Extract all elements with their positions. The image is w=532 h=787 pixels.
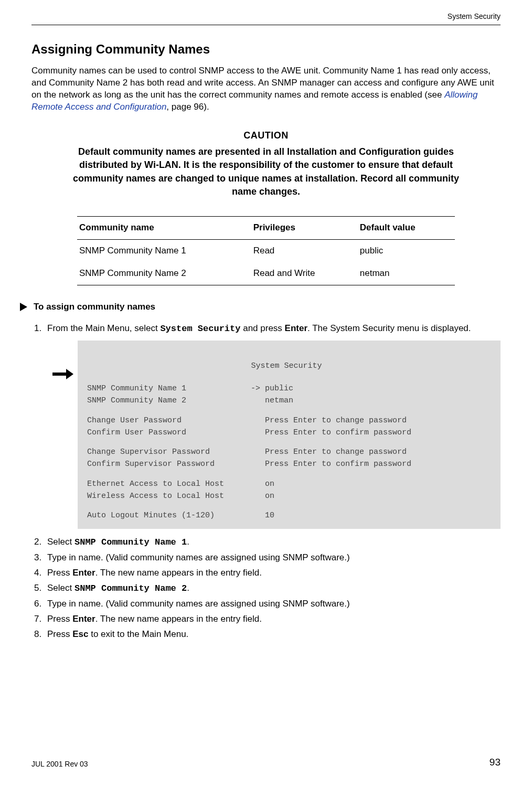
screen-line: Wireless Access to Local Host on xyxy=(87,490,486,502)
intro-paragraph: Community names can be used to control S… xyxy=(31,65,501,113)
th-privileges: Privileges xyxy=(251,216,358,239)
step-text: From the Main Menu, select xyxy=(47,323,160,333)
screen-title: System Security xyxy=(87,360,486,372)
footer-revision: JUL 2001 Rev 03 xyxy=(31,759,88,769)
running-head: System Security xyxy=(31,12,501,25)
terminal-screen: System SecuritySNMP Community Name 1-> p… xyxy=(78,341,501,529)
cell: SNMP Community Name 2 xyxy=(77,262,251,285)
screen-line: Auto Logout Minutes (1-120) 10 xyxy=(87,509,486,522)
step-text: . The System Security menu is displayed. xyxy=(307,323,471,333)
steps-list: From the Main Menu, select System Securi… xyxy=(31,323,501,641)
svg-marker-2 xyxy=(66,369,73,379)
step: Select SNMP Community Name 1. xyxy=(44,536,501,549)
screen-wrap: System SecuritySNMP Community Name 1-> p… xyxy=(52,341,501,529)
cell: Read and Write xyxy=(251,262,358,285)
table-row: SNMP Community Name 2 Read and Write net… xyxy=(77,262,455,285)
page-number: 93 xyxy=(490,756,501,769)
step-text: Type in name. (Valid community names are… xyxy=(47,599,350,609)
cell: public xyxy=(358,239,455,262)
step-text: to exit to the Main Menu. xyxy=(88,629,188,639)
procedure-heading-row: To assign community names xyxy=(19,301,501,313)
caution-body: Default community names are presented in… xyxy=(67,145,465,198)
page-footer: JUL 2001 Rev 03 93 xyxy=(31,756,501,769)
community-table: Community name Privileges Default value … xyxy=(77,216,455,285)
caution-block: CAUTION Default community names are pres… xyxy=(67,129,465,198)
chevron-right-icon xyxy=(19,302,28,312)
intro-text-1: Community names can be used to control S… xyxy=(31,66,494,100)
step-text: . The new name appears in the entry fiel… xyxy=(95,568,262,578)
step: Type in name. (Valid community names are… xyxy=(44,598,501,610)
step-text: . xyxy=(187,583,189,593)
step: Select SNMP Community Name 2. xyxy=(44,582,501,595)
step-text: Press xyxy=(47,568,72,578)
step-text: Press xyxy=(47,614,72,624)
key-enter: Enter xyxy=(72,568,95,578)
svg-rect-1 xyxy=(52,373,67,376)
page: System Security Assigning Community Name… xyxy=(0,0,532,787)
procedure-title: To assign community names xyxy=(34,301,155,313)
step: Press Enter. The new name appears in the… xyxy=(44,567,501,579)
table-row: SNMP Community Name 1 Read public xyxy=(77,239,455,262)
step: Press Esc to exit to the Main Menu. xyxy=(44,629,501,641)
svg-marker-0 xyxy=(20,303,27,311)
th-community-name: Community name xyxy=(77,216,251,239)
cell: Read xyxy=(251,239,358,262)
key-esc: Esc xyxy=(72,629,88,639)
step-text: and press xyxy=(240,323,284,333)
screen-line: Confirm User Password Press Enter to con… xyxy=(87,427,486,439)
step-text: . xyxy=(187,537,189,547)
step-text: Press xyxy=(47,629,72,639)
screen-line: Confirm Supervisor Password Press Enter … xyxy=(87,458,486,470)
step-text: Select xyxy=(47,537,75,547)
screen-line: SNMP Community Name 1-> public xyxy=(87,382,486,395)
step: Press Enter. The new name appears in the… xyxy=(44,613,501,625)
cell: netman xyxy=(358,262,455,285)
th-default-value: Default value xyxy=(358,216,455,239)
step: From the Main Menu, select System Securi… xyxy=(44,323,501,529)
caution-title: CAUTION xyxy=(67,129,465,142)
intro-text-2: , page 96). xyxy=(166,102,209,112)
step-text: Select xyxy=(47,583,75,593)
screen-line: Change User Password Press Enter to chan… xyxy=(87,414,486,427)
ui-menu-item: System Security xyxy=(160,324,240,334)
section-heading: Assigning Community Names xyxy=(31,41,501,58)
screen-line: Change Supervisor Password Press Enter t… xyxy=(87,446,486,458)
ui-menu-item: SNMP Community Name 2 xyxy=(75,583,187,593)
step-text: . The new name appears in the entry fiel… xyxy=(95,614,262,624)
cell: SNMP Community Name 1 xyxy=(77,239,251,262)
screen-line: SNMP Community Name 2 netman xyxy=(87,395,486,407)
step-text: Type in name. (Valid community names are… xyxy=(47,552,350,562)
key-enter: Enter xyxy=(285,323,307,333)
ui-menu-item: SNMP Community Name 1 xyxy=(75,537,187,547)
key-enter: Enter xyxy=(72,614,95,624)
arrow-right-icon xyxy=(52,369,73,379)
step: Type in name. (Valid community names are… xyxy=(44,552,501,564)
screen-line: Ethernet Access to Local Host on xyxy=(87,478,486,490)
